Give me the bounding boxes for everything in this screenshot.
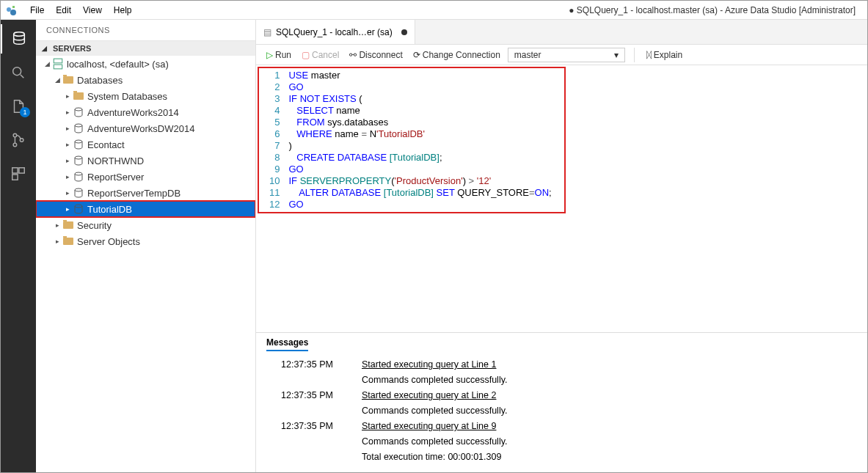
- database-icon: [73, 204, 84, 214]
- database-icon: [73, 188, 84, 198]
- run-button[interactable]: ▷Run: [263, 48, 294, 62]
- servers-section-header[interactable]: ◢ SERVERS: [36, 41, 255, 56]
- explain-icon: ᛞ: [646, 50, 652, 60]
- menubar: File Edit View Help ● SQLQuery_1 - local…: [1, 1, 867, 20]
- database-icon: [73, 107, 84, 117]
- db-label: ReportServer: [87, 172, 144, 183]
- explain-button[interactable]: ᛞExplain: [643, 48, 685, 62]
- databases-label: Databases: [77, 75, 123, 86]
- message-time: 12:37:35 PM: [281, 419, 347, 434]
- tree-security[interactable]: ▸ Security: [36, 217, 255, 233]
- tab-label: SQLQuery_1 - localh…er (sa): [276, 27, 393, 37]
- message-text: Commands completed successfully.: [362, 373, 857, 388]
- messages-body: 12:37:35 PMStarted executing query at Li…: [266, 351, 857, 472]
- message-line: 12:37:35 PMStarted executing query at Li…: [281, 357, 857, 373]
- menu-file[interactable]: File: [24, 4, 50, 17]
- security-label: Security: [77, 220, 112, 231]
- svg-point-0: [7, 7, 11, 12]
- tree-db[interactable]: ▸ReportServerTempDB: [36, 185, 255, 201]
- message-text: Started executing query at Line 1: [362, 357, 857, 373]
- tree-server[interactable]: ◢ localhost, <default> (sa): [36, 56, 255, 72]
- svg-point-3: [14, 32, 25, 37]
- folder-icon: [73, 91, 84, 101]
- tree-db[interactable]: ▸System Databases: [36, 88, 255, 104]
- message-time: [281, 403, 347, 419]
- activity-bar: 1: [1, 20, 36, 472]
- tree-server-objects[interactable]: ▸ Server Objects: [36, 233, 255, 249]
- svg-point-5: [13, 133, 17, 137]
- svg-rect-10: [12, 175, 18, 180]
- message-time: [281, 373, 347, 388]
- database-icon: [73, 123, 84, 133]
- code-content[interactable]: USE masterGOIF NOT EXISTS ( SELECT name …: [285, 68, 564, 212]
- folder-icon: [62, 220, 74, 230]
- sql-editor[interactable]: 123456789101112 USE masterGOIF NOT EXIST…: [258, 67, 566, 213]
- message-text: Commands completed successfully.: [362, 434, 857, 450]
- cancel-button: ▢Cancel: [299, 48, 342, 62]
- tree-db[interactable]: ▸NORTHWND: [36, 153, 255, 169]
- sidebar: CONNECTIONS ◢ SERVERS ◢ localhost, <defa…: [36, 20, 256, 472]
- server-tree: ◢ localhost, <default> (sa) ◢ Databases …: [36, 56, 255, 472]
- tree-db[interactable]: ▸ReportServer: [36, 169, 255, 185]
- svg-rect-11: [54, 59, 62, 63]
- query-toolbar: ▷Run ▢Cancel ⚯Disconnect ⟳Change Connect…: [256, 45, 867, 65]
- message-text: Started executing query at Line 9: [362, 419, 857, 434]
- menu-help[interactable]: Help: [108, 4, 138, 17]
- svg-rect-2: [12, 6, 15, 8]
- database-icon: [73, 172, 84, 182]
- server-objects-label: Server Objects: [77, 236, 140, 247]
- database-icon: [73, 139, 84, 150]
- activity-source-control[interactable]: [1, 125, 36, 155]
- folder-icon: [62, 75, 74, 85]
- chevron-down-icon: ▾: [614, 50, 619, 60]
- svg-point-15: [75, 140, 82, 143]
- svg-point-19: [75, 205, 82, 208]
- svg-point-14: [75, 124, 82, 127]
- tree-databases[interactable]: ◢ Databases: [36, 72, 255, 88]
- message-line: Commands completed successfully.: [281, 434, 857, 450]
- messages-panel: Messages 12:37:35 PMStarted executing qu…: [256, 332, 867, 472]
- folder-icon: [62, 236, 74, 246]
- db-label: TutorialDB: [87, 204, 132, 215]
- database-select[interactable]: master▾: [508, 48, 625, 62]
- sidebar-title: CONNECTIONS: [36, 20, 255, 41]
- activity-extensions[interactable]: [1, 159, 36, 188]
- app-logo-icon: [5, 4, 17, 16]
- menu-view[interactable]: View: [77, 4, 108, 17]
- svg-rect-9: [19, 168, 24, 173]
- message-line: 12:37:35 PMStarted executing query at Li…: [281, 419, 857, 434]
- db-label: System Databases: [87, 91, 167, 102]
- svg-rect-12: [54, 65, 62, 69]
- editor-tabs: ▤ SQLQuery_1 - localh…er (sa): [256, 20, 867, 45]
- menu-edit[interactable]: Edit: [50, 4, 77, 17]
- db-label: AdventureWorks2014: [87, 107, 179, 118]
- message-line: Commands completed successfully.: [281, 373, 857, 388]
- tree-db[interactable]: ▸AdventureWorks2014: [36, 104, 255, 120]
- svg-point-4: [13, 67, 21, 76]
- activity-explorer[interactable]: 1: [1, 92, 36, 121]
- activity-search[interactable]: [1, 58, 36, 87]
- message-time: [281, 450, 347, 465]
- tree-db[interactable]: ▸Econtact: [36, 136, 255, 153]
- message-time: 12:37:35 PM: [281, 357, 347, 373]
- server-icon: [52, 59, 64, 69]
- activity-connections[interactable]: [1, 24, 36, 54]
- message-time: [281, 434, 347, 450]
- messages-tab[interactable]: Messages: [266, 337, 308, 351]
- disconnect-button[interactable]: ⚯Disconnect: [346, 48, 405, 62]
- message-line: Total execution time: 00:00:01.309: [281, 450, 857, 465]
- tree-db[interactable]: ▸AdventureWorksDW2014: [36, 120, 255, 136]
- line-gutter: 123456789101112: [259, 68, 285, 212]
- play-icon: ▷: [266, 50, 273, 60]
- change-icon: ⟳: [413, 50, 420, 60]
- message-line: 12:37:35 PMStarted executing query at Li…: [281, 388, 857, 403]
- svg-point-6: [13, 143, 17, 147]
- change-connection-button[interactable]: ⟳Change Connection: [410, 48, 503, 62]
- tree-db-tutorialdb[interactable]: ▸TutorialDB: [36, 201, 255, 217]
- dirty-indicator-icon: [401, 29, 407, 35]
- editor-area: ▤ SQLQuery_1 - localh…er (sa) ▷Run ▢Canc…: [256, 20, 867, 472]
- stop-icon: ▢: [302, 50, 310, 60]
- editor-tab[interactable]: ▤ SQLQuery_1 - localh…er (sa): [256, 20, 415, 44]
- message-text: Total execution time: 00:00:01.309: [362, 450, 857, 465]
- db-label: NORTHWND: [87, 155, 144, 166]
